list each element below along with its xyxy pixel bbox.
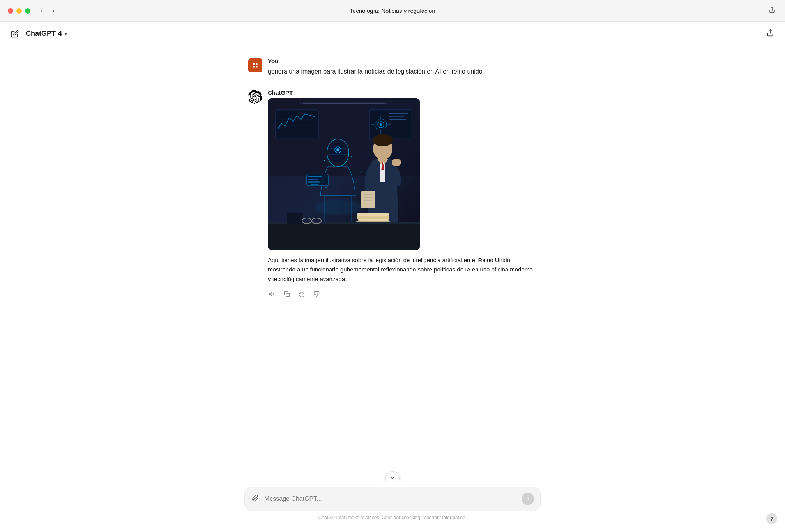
close-button[interactable] xyxy=(8,8,13,14)
svg-point-53 xyxy=(373,134,393,146)
share-app-button[interactable] xyxy=(763,26,777,42)
svg-rect-74 xyxy=(308,179,318,180)
chatgpt-avatar xyxy=(248,90,262,104)
user-message: You genera una imagen para ilustrar la n… xyxy=(248,58,537,77)
maximize-button[interactable] xyxy=(25,8,30,14)
assistant-message-body: ChatGPT xyxy=(268,89,537,300)
generated-image[interactable] xyxy=(268,98,420,250)
app-header: ChatGPT 4 ▾ xyxy=(0,22,785,46)
volume-button[interactable] xyxy=(268,290,276,300)
minimize-button[interactable] xyxy=(16,8,22,14)
traffic-lights xyxy=(8,8,30,14)
svg-rect-3 xyxy=(253,63,255,65)
svg-rect-61 xyxy=(357,213,389,216)
user-avatar xyxy=(248,58,262,72)
svg-rect-73 xyxy=(308,176,322,177)
assistant-message-author: ChatGPT xyxy=(268,89,537,96)
message-actions xyxy=(268,290,537,300)
svg-rect-56 xyxy=(361,191,375,208)
user-message-body: You genera una imagen para ilustrar la n… xyxy=(268,58,537,77)
copy-button[interactable] xyxy=(283,290,291,300)
svg-rect-2 xyxy=(251,61,260,70)
chevron-down-icon: ▾ xyxy=(64,31,67,37)
svg-rect-75 xyxy=(308,181,320,183)
chat-area[interactable]: You genera una imagen para ilustrar la n… xyxy=(0,46,785,532)
svg-point-60 xyxy=(392,159,401,166)
svg-rect-32 xyxy=(389,113,408,114)
assistant-message: ChatGPT xyxy=(248,89,537,300)
svg-rect-6 xyxy=(256,66,257,67)
disclaimer: ChatGPT can make mistakes. Consider chec… xyxy=(318,515,467,520)
app-header-left: ChatGPT 4 ▾ xyxy=(8,27,67,41)
chat-content: You genera una imagen para ilustrar la n… xyxy=(240,46,545,351)
svg-point-51 xyxy=(325,187,327,188)
title-bar-left: ‹ › xyxy=(8,6,57,16)
regenerate-button[interactable] xyxy=(297,290,306,300)
attach-button[interactable] xyxy=(251,494,260,504)
window-title: Tecnología: Noticias y regulación xyxy=(350,7,435,14)
title-bar-right xyxy=(767,5,777,17)
user-message-text: genera una imagen para ilustrar la notic… xyxy=(268,67,537,77)
svg-rect-4 xyxy=(256,63,257,65)
svg-rect-34 xyxy=(389,119,406,120)
new-chat-button[interactable] xyxy=(8,27,22,41)
user-message-author: You xyxy=(268,58,537,64)
svg-rect-63 xyxy=(358,219,389,221)
send-button[interactable] xyxy=(522,493,534,505)
thumbs-down-button[interactable] xyxy=(312,290,321,300)
help-button[interactable]: ? xyxy=(766,513,777,524)
nav-arrows: ‹ › xyxy=(38,6,57,16)
chatgpt-version: 4 xyxy=(58,30,62,38)
svg-rect-62 xyxy=(357,216,389,219)
generated-image-inner xyxy=(268,98,420,250)
chatgpt-name: ChatGPT xyxy=(26,30,56,38)
assistant-message-description: Aquí tienes la imagen ilustrativa sobre … xyxy=(268,255,537,284)
svg-marker-79 xyxy=(269,292,272,296)
svg-rect-65 xyxy=(268,223,420,250)
input-area: ChatGPT can make mistakes. Consider chec… xyxy=(0,481,785,532)
forward-button[interactable]: › xyxy=(50,6,57,16)
input-container xyxy=(244,487,541,511)
svg-point-44 xyxy=(337,149,339,151)
svg-rect-5 xyxy=(253,66,255,67)
svg-rect-67 xyxy=(287,213,303,224)
svg-point-27 xyxy=(380,123,382,126)
svg-rect-33 xyxy=(389,116,404,117)
svg-point-71 xyxy=(315,199,361,215)
app-header-right xyxy=(763,26,777,42)
svg-point-48 xyxy=(351,156,352,157)
back-button[interactable]: ‹ xyxy=(38,6,45,16)
model-selector[interactable]: ChatGPT 4 ▾ xyxy=(26,30,67,38)
svg-point-50 xyxy=(353,179,354,180)
share-title-button[interactable] xyxy=(767,5,777,17)
svg-rect-80 xyxy=(286,293,290,297)
svg-rect-76 xyxy=(311,184,318,185)
svg-point-47 xyxy=(324,160,325,161)
message-input[interactable] xyxy=(264,495,517,502)
title-bar: ‹ › Tecnología: Noticias y regulación xyxy=(0,0,785,22)
